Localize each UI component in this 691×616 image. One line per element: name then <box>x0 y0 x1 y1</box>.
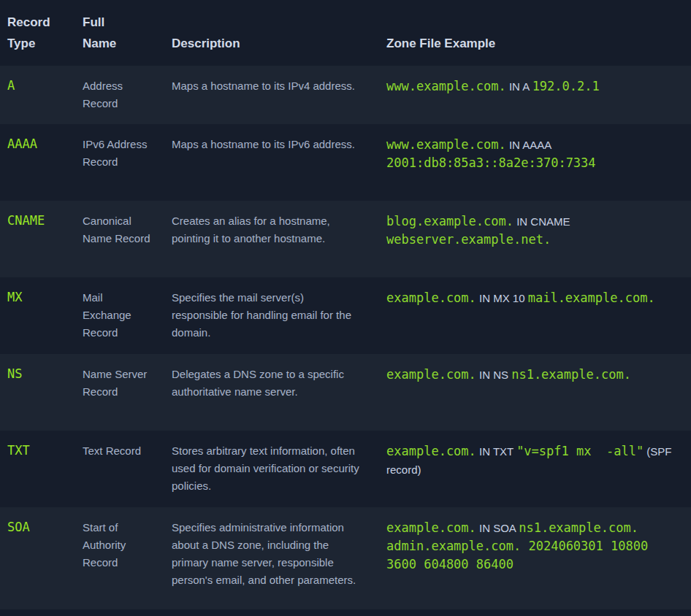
zone-plain: IN MX 10 <box>476 292 528 304</box>
header-description: Description <box>164 0 379 66</box>
zone-file-example: blog.example.com. IN CNAME webserver.exa… <box>379 201 691 277</box>
zone-plain: IN TXT <box>476 445 516 458</box>
table-row-mx: MX Mail Exchange Record Specifies the ma… <box>0 277 691 354</box>
record-type: MX <box>0 277 75 354</box>
zone-file-example: www.example.com. IN AAAA 2001:db8:85a3::… <box>379 124 691 201</box>
record-type: CNAME <box>0 201 75 277</box>
full-name: IPv6 Address Record <box>75 124 164 201</box>
description: Specifies administrative information abo… <box>164 507 379 609</box>
zone-file-example: www.example.com. IN A 192.0.2.1 <box>379 66 691 124</box>
zone-code: www.example.com. <box>386 137 506 152</box>
header-full-name: Full Name <box>75 0 164 66</box>
zone-plain: IN CNAME <box>514 215 570 228</box>
table-row-a: A Address Record Maps a hostname to its … <box>0 66 691 124</box>
zone-plain: IN SOA <box>476 522 519 534</box>
spacer-cell <box>0 609 691 616</box>
description: Delegates a DNS zone to a specific autho… <box>164 354 379 431</box>
zone-code: 192.0.2.1 <box>532 79 600 93</box>
full-name: Start of Authority Record <box>75 507 164 609</box>
header-record-type: Record Type <box>0 0 75 66</box>
table-row-soa: SOA Start of Authority Record Specifies … <box>0 507 691 609</box>
table-row-ns: NS Name Server Record Delegates a DNS zo… <box>0 354 691 431</box>
description: Creates an alias for a hostname, pointin… <box>164 201 379 277</box>
zone-file-example: example.com. IN NS ns1.example.com. <box>379 354 691 431</box>
zone-plain: IN AAAA <box>506 139 551 151</box>
full-name: Name Server Record <box>75 354 164 431</box>
record-type: AAAA <box>0 124 75 201</box>
full-name: Mail Exchange Record <box>75 277 164 354</box>
description: Maps a hostname to its IPv4 address. <box>164 66 379 124</box>
record-type: A <box>0 66 75 124</box>
table-row-cname: CNAME Canonical Name Record Creates an a… <box>0 201 691 277</box>
description: Specifies the mail server(s) responsible… <box>164 277 379 354</box>
full-name: Address Record <box>75 66 164 124</box>
zone-file-example: example.com. IN TXT "v=spf1 mx -all" (SP… <box>379 431 691 507</box>
zone-code: example.com. <box>386 444 476 458</box>
table-row-aaaa: AAAA IPv6 Address Record Maps a hostname… <box>0 124 691 201</box>
zone-plain: IN NS <box>476 369 511 381</box>
description: Maps a hostname to its IPv6 address. <box>164 124 379 201</box>
zone-code: example.com. <box>386 367 476 382</box>
zone-code: "v=spf1 mx -all" <box>516 444 644 458</box>
zone-code: ns1.example.com. <box>511 367 631 382</box>
table-bottom-spacer <box>0 609 691 616</box>
zone-code: 2001:db8:85a3::8a2e:370:7334 <box>386 155 596 170</box>
table-row-txt: TXT Text Record Stores arbitrary text in… <box>0 431 691 507</box>
zone-file-example: example.com. IN SOA ns1.example.com. adm… <box>379 507 691 609</box>
zone-file-example: example.com. IN MX 10 mail.example.com. <box>379 277 691 354</box>
zone-plain: IN A <box>506 80 532 93</box>
zone-code: mail.example.com. <box>528 290 655 305</box>
table-header-row: Record Type Full Name Description Zone F… <box>0 0 691 66</box>
zone-code: example.com. <box>386 520 476 535</box>
zone-code: blog.example.com. <box>386 214 514 228</box>
record-type: NS <box>0 354 75 431</box>
full-name: Text Record <box>75 431 164 507</box>
zone-code: webserver.example.net. <box>386 232 551 247</box>
zone-code: www.example.com. <box>386 79 506 93</box>
full-name: Canonical Name Record <box>75 201 164 277</box>
zone-code: example.com. <box>386 290 476 305</box>
description: Stores arbitrary text information, often… <box>164 431 379 507</box>
record-type: SOA <box>0 507 75 609</box>
record-type: TXT <box>0 431 75 507</box>
header-zone-file-example: Zone File Example <box>379 0 691 66</box>
dns-record-types-table: Record Type Full Name Description Zone F… <box>0 0 691 616</box>
